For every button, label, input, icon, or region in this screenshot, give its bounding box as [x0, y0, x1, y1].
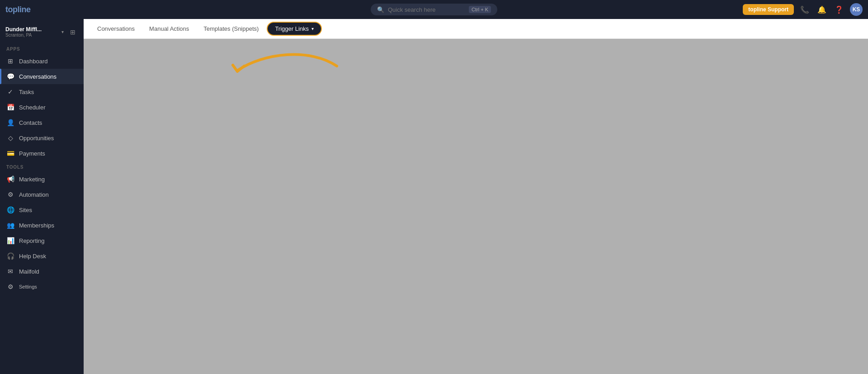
- automation-icon: ⚙: [6, 190, 14, 199]
- mailfold-icon: ✉: [6, 267, 14, 275]
- phone-icon[interactable]: 📞: [798, 3, 811, 16]
- bell-icon[interactable]: 🔔: [816, 3, 828, 16]
- sidebar-item-label: Settings: [19, 284, 37, 289]
- workspace-selector[interactable]: Dunder Miffl... Scranton, PA ▾ ⊞: [0, 24, 84, 40]
- topbar-right: topline Support 📞 🔔 ❓ KS: [743, 3, 863, 16]
- sidebar-item-label: Conversations: [19, 73, 57, 80]
- sidebar-expand-button[interactable]: ⊞: [67, 28, 78, 37]
- apps-section-label: Apps: [0, 43, 84, 53]
- sidebar-item-label: Tasks: [19, 89, 34, 95]
- avatar[interactable]: KS: [850, 3, 863, 16]
- sidebar-item-memberships[interactable]: 👥 Memberships: [0, 218, 84, 233]
- help-icon[interactable]: ❓: [833, 3, 845, 16]
- marketing-icon: 📢: [6, 175, 14, 183]
- sidebar-item-scheduler[interactable]: 📅 Scheduler: [0, 99, 84, 115]
- search-input[interactable]: [388, 6, 465, 13]
- tab-trigger-links[interactable]: Trigger Links ▾: [267, 22, 322, 36]
- sidebar-item-settings[interactable]: ⚙ Settings: [0, 279, 84, 294]
- opportunities-icon: ◇: [6, 134, 14, 142]
- sidebar-item-marketing[interactable]: 📢 Marketing: [0, 171, 84, 187]
- sidebar: Dunder Miffl... Scranton, PA ▾ ⊞ Apps ⊞ …: [0, 19, 84, 374]
- sidebar-item-label: Help Desk: [19, 253, 46, 260]
- sidebar-item-tasks[interactable]: ✓ Tasks: [0, 84, 84, 99]
- main-content: Conversations Manual Actions Templates (…: [84, 19, 868, 374]
- tools-section-label: Tools: [0, 161, 84, 171]
- sub-tabs: Conversations Manual Actions Templates (…: [84, 19, 868, 39]
- tab-trigger-links-label: Trigger Links: [275, 25, 309, 32]
- sidebar-item-dashboard[interactable]: ⊞ Dashboard: [0, 53, 84, 69]
- tasks-icon: ✓: [6, 88, 14, 96]
- tab-templates[interactable]: Templates (Snippets): [197, 22, 265, 36]
- conversations-icon: 💬: [6, 72, 14, 80]
- tab-manual-actions[interactable]: Manual Actions: [143, 22, 195, 36]
- workspace-name: Dunder Miffl...: [5, 26, 58, 33]
- payments-icon: 💳: [6, 149, 14, 157]
- sidebar-item-label: Opportunities: [19, 135, 54, 142]
- reporting-icon: 📊: [6, 237, 14, 245]
- sidebar-item-label: Sites: [19, 207, 32, 213]
- sidebar-item-automation[interactable]: ⚙ Automation: [0, 187, 84, 202]
- dashboard-icon: ⊞: [6, 57, 14, 65]
- layout: Dunder Miffl... Scranton, PA ▾ ⊞ Apps ⊞ …: [0, 19, 868, 374]
- sidebar-item-label: Automation: [19, 191, 49, 198]
- logo: topline: [5, 5, 31, 14]
- support-button[interactable]: topline Support: [743, 4, 794, 15]
- sidebar-item-label: Scheduler: [19, 104, 46, 111]
- search-icon: 🔍: [377, 6, 384, 13]
- scheduler-icon: 📅: [6, 103, 14, 111]
- sidebar-item-label: Marketing: [19, 176, 45, 183]
- sidebar-item-helpdesk[interactable]: 🎧 Help Desk: [0, 248, 84, 264]
- search-shortcut: Ctrl + K: [469, 6, 491, 13]
- topbar: topline 🔍 Ctrl + K topline Support 📞 🔔 ❓…: [0, 0, 868, 19]
- sidebar-item-label: Reporting: [19, 237, 44, 244]
- sites-icon: 🌐: [6, 206, 14, 214]
- sidebar-item-payments[interactable]: 💳 Payments: [0, 146, 84, 161]
- content-bg: [84, 39, 868, 374]
- sidebar-item-label: Memberships: [19, 222, 54, 229]
- tab-chevron-icon: ▾: [311, 26, 314, 31]
- sidebar-item-opportunities[interactable]: ◇ Opportunities: [0, 130, 84, 146]
- sidebar-item-reporting[interactable]: 📊 Reporting: [0, 233, 84, 248]
- contacts-icon: 👤: [6, 118, 14, 127]
- settings-icon: ⚙: [6, 283, 14, 291]
- sidebar-item-label: Mailfold: [19, 268, 39, 275]
- content-area: [84, 39, 868, 374]
- sidebar-item-label: Payments: [19, 150, 45, 157]
- sidebar-item-label: Contacts: [19, 119, 42, 126]
- sidebar-item-label: Dashboard: [19, 58, 48, 65]
- workspace-info: Dunder Miffl... Scranton, PA: [5, 26, 58, 38]
- search-bar[interactable]: 🔍 Ctrl + K: [371, 4, 497, 15]
- memberships-icon: 👥: [6, 221, 14, 229]
- sidebar-item-mailfold[interactable]: ✉ Mailfold: [0, 264, 84, 279]
- sidebar-item-conversations[interactable]: 💬 Conversations: [0, 69, 84, 84]
- workspace-chevron-icon: ▾: [61, 29, 64, 34]
- tab-conversations[interactable]: Conversations: [91, 22, 141, 36]
- sidebar-item-sites[interactable]: 🌐 Sites: [0, 202, 84, 218]
- sidebar-item-contacts[interactable]: 👤 Contacts: [0, 115, 84, 130]
- helpdesk-icon: 🎧: [6, 252, 14, 260]
- workspace-location: Scranton, PA: [5, 33, 58, 38]
